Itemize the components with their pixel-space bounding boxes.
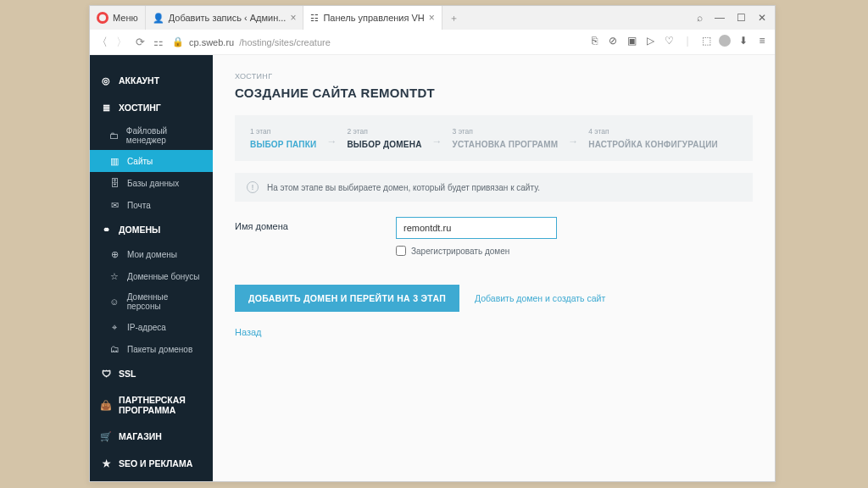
cart-icon: 🛒	[100, 430, 112, 442]
link-icon: ⚭	[100, 224, 112, 236]
person-icon: ☺	[108, 296, 120, 308]
sidebar-bonuses[interactable]: ☆Доменные бонусы	[90, 265, 213, 287]
sidebar-shop[interactable]: 🛒МАГАЗИН	[90, 423, 213, 450]
domain-input[interactable]	[396, 217, 557, 239]
shield-icon: 🛡	[100, 368, 112, 380]
server-icon: ≣	[100, 102, 112, 114]
reload-icon[interactable]: ⟳	[136, 36, 145, 48]
page-title: СОЗДАНИЕ САЙТА REMONTDT	[235, 86, 753, 100]
url-path: /hosting/sites/creature	[239, 37, 331, 47]
play-icon[interactable]: ▷	[644, 35, 656, 49]
step-3[interactable]: 3 этап УСТАНОВКА ПРОГРАММ	[453, 127, 559, 149]
tab-admin[interactable]: 👤 Добавить запись ‹ Админ... ×	[146, 6, 304, 30]
add-domain-next-button[interactable]: ДОБАВИТЬ ДОМЕН И ПЕРЕЙТИ НА 3 ЭТАП	[235, 285, 459, 312]
tab-label: Меню	[113, 13, 138, 23]
step-2[interactable]: 2 этап ВЫБОР ДОМЕНА	[347, 127, 421, 149]
user-icon: ◎	[100, 75, 112, 86]
chevron-right-icon: →	[326, 136, 337, 149]
forward-icon[interactable]: 〉	[116, 35, 127, 50]
tab-label: Панель управления VH	[323, 13, 424, 23]
sidebar-ips[interactable]: ⌖IP-адреса	[90, 316, 213, 338]
sidebar-mail[interactable]: ✉Почта	[90, 194, 213, 216]
avatar-icon[interactable]	[719, 35, 731, 49]
cube-icon[interactable]: ⬚	[700, 35, 712, 49]
minimize-icon[interactable]: —	[715, 12, 725, 24]
step-1[interactable]: 1 этап ВЫБОР ПАПКИ	[250, 127, 316, 149]
tab-menu[interactable]: Меню	[90, 6, 146, 30]
back-icon[interactable]: 〈	[97, 35, 108, 50]
add-domain-create-link[interactable]: Добавить домен и создать сайт	[475, 293, 605, 303]
sidebar-partner[interactable]: 👜ПАРТНЕРСКАЯ ПРОГРАММА	[90, 387, 213, 423]
chevron-right-icon: →	[568, 136, 578, 149]
megaphone-icon: ✯	[100, 458, 112, 469]
wizard-steps: 1 этап ВЫБОР ПАПКИ → 2 этап ВЫБОР ДОМЕНА…	[235, 115, 753, 161]
close-window-icon[interactable]: ✕	[758, 12, 766, 24]
hint-box: ! На этом этапе вы выбираете домен, кото…	[235, 173, 753, 202]
sidebar-db[interactable]: 🗄Базы данных	[90, 172, 213, 194]
app-icon: ☷	[310, 13, 319, 24]
domain-label: Имя домена	[235, 217, 379, 231]
person-icon: 👤	[153, 13, 164, 24]
sidebar-seo[interactable]: ✯SEO И РЕКЛАМА	[90, 450, 213, 477]
bag-icon: 👜	[100, 399, 112, 411]
folder-icon: 🗀	[108, 130, 120, 141]
new-tab[interactable]: ＋	[442, 6, 465, 30]
sidebar-sites[interactable]: ▥Сайты	[90, 150, 213, 172]
close-icon[interactable]: ×	[429, 12, 435, 24]
globe-icon: ⊕	[108, 248, 120, 260]
toolbar: 〈 〉 ⟳ ⚏ 🔒 cp.sweb.ru/hosting/sites/creat…	[90, 30, 775, 55]
search-icon[interactable]: ⌕	[697, 12, 703, 24]
register-checkbox-input[interactable]	[396, 246, 406, 256]
main: ХОСТИНГ СОЗДАНИЕ САЙТА REMONTDT 1 этап В…	[213, 55, 775, 481]
chevron-right-icon: →	[432, 136, 442, 149]
sidebar-packs[interactable]: 🗂Пакеты доменов	[90, 338, 213, 360]
sidebar-account[interactable]: ◎АККАУНТ	[90, 67, 213, 94]
mail-icon: ✉	[108, 199, 120, 211]
info-icon: !	[247, 181, 259, 193]
db-icon: 🗄	[108, 177, 120, 189]
url-host: cp.sweb.ru	[189, 37, 234, 47]
close-icon[interactable]: ×	[290, 12, 296, 24]
step-4[interactable]: 4 этап НАСТРОЙКА КОНФИГУРАЦИИ	[588, 127, 718, 149]
lock-icon: 🔒	[172, 36, 184, 47]
pin-icon: ⌖	[108, 321, 120, 333]
ext-icon[interactable]: ⊘	[607, 35, 619, 49]
address-bar[interactable]: 🔒 cp.sweb.ru/hosting/sites/creature	[172, 36, 580, 47]
heart-icon[interactable]: ♡	[663, 35, 675, 49]
sidebar-mydomains[interactable]: ⊕Мои домены	[90, 243, 213, 265]
package-icon: 🗂	[108, 343, 120, 355]
browser-window: Меню 👤 Добавить запись ‹ Админ... × ☷ Па…	[89, 5, 776, 482]
menu-icon[interactable]: ≡	[756, 35, 768, 49]
sidebar-domains[interactable]: ⚭ДОМЕНЫ	[90, 216, 213, 243]
download-icon[interactable]: ⬇	[737, 35, 749, 49]
sidebar-ssl[interactable]: 🛡SSL	[90, 360, 213, 387]
sidebar-hosting[interactable]: ≣ХОСТИНГ	[90, 94, 213, 121]
speeddial-icon[interactable]: ⚏	[153, 36, 164, 48]
sidebar-persons[interactable]: ☺Доменные персоны	[90, 287, 213, 316]
ext-icon[interactable]: ⎘	[588, 35, 600, 49]
breadcrumb: ХОСТИНГ	[235, 72, 753, 80]
cast-icon[interactable]: ▣	[626, 35, 637, 49]
star-icon: ☆	[108, 270, 120, 282]
tab-panel[interactable]: ☷ Панель управления VH ×	[303, 6, 442, 30]
titlebar: Меню 👤 Добавить запись ‹ Админ... × ☷ Па…	[90, 6, 775, 30]
sidebar: ◎АККАУНТ ≣ХОСТИНГ 🗀Файловый менеджер ▥Са…	[90, 55, 213, 481]
sites-icon: ▥	[108, 155, 120, 167]
hint-text: На этом этапе вы выбираете домен, которы…	[267, 183, 540, 192]
tab-label: Добавить запись ‹ Админ...	[169, 13, 287, 23]
opera-icon	[97, 12, 108, 24]
sidebar-filemgr[interactable]: 🗀Файловый менеджер	[90, 121, 213, 150]
register-checkbox[interactable]: Зарегистрировать домен	[396, 246, 753, 256]
maximize-icon[interactable]: ☐	[737, 12, 746, 24]
back-link[interactable]: Назад	[235, 327, 753, 337]
